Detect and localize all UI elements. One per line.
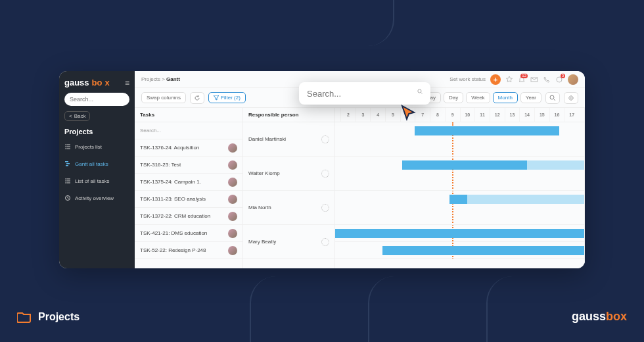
- avatar: [228, 246, 237, 255]
- resp-row[interactable]: Mary Beatly: [243, 225, 334, 259]
- table-row[interactable]: TSK-1375-24: Campain 1.: [135, 174, 242, 191]
- sidebar-item-label: List of all tasks: [75, 178, 109, 184]
- sidebar-search-input[interactable]: [64, 93, 129, 106]
- sidebar-item-activity[interactable]: Activity overview: [64, 192, 129, 204]
- svg-rect-0: [65, 161, 68, 162]
- table-row[interactable]: TSK-1311-23: SEO analysis: [135, 191, 242, 208]
- cursor-icon: [400, 104, 418, 122]
- month-button[interactable]: Month: [493, 92, 518, 103]
- table-row[interactable]: TSK-1376-24: Acquisition: [135, 139, 242, 157]
- gantt-day: 9: [445, 108, 460, 122]
- gantt-row[interactable]: [335, 225, 584, 242]
- task-label: TSK-52-22: Redesign P-248: [140, 247, 206, 253]
- swap-columns-button[interactable]: Swap columns: [141, 92, 186, 103]
- folder-icon: [17, 310, 32, 324]
- filter-label: Filter (2): [221, 95, 241, 101]
- gantt-row[interactable]: [335, 122, 584, 157]
- search-icon[interactable]: [417, 89, 423, 98]
- add-button[interactable]: +: [490, 74, 501, 85]
- alert-icon[interactable]: 3: [555, 76, 563, 84]
- search-button[interactable]: [545, 92, 560, 104]
- search-popup-input[interactable]: [307, 89, 417, 99]
- task-label: TSK-1375-24: Campain 1.: [140, 179, 201, 185]
- resp-row[interactable]: Walter Klomp: [243, 157, 334, 191]
- expand-icon[interactable]: [321, 238, 329, 246]
- gantt-day: 10: [460, 108, 475, 122]
- gantt-body: [335, 122, 584, 259]
- task-label: TSK-1372-22: CRM education: [140, 213, 210, 219]
- svg-point-7: [570, 97, 572, 99]
- gantt-column: 234567891011121314151617: [335, 108, 585, 268]
- filter-button[interactable]: Filter (2): [208, 92, 246, 103]
- table-row[interactable]: TSK-316-23: Test: [135, 157, 242, 174]
- task-label: TSK-421-21: DMS education: [140, 230, 207, 236]
- gantt-day: 12: [490, 108, 505, 122]
- brand-text-c: x: [104, 78, 109, 87]
- table-row[interactable]: TSK-421-21: DMS education: [135, 225, 242, 242]
- week-button[interactable]: Week: [466, 92, 490, 103]
- gantt-day: 2: [340, 108, 356, 122]
- svg-point-8: [418, 89, 421, 93]
- resp-name: Mary Beatly: [248, 239, 276, 245]
- year-button[interactable]: Year: [520, 92, 541, 103]
- gantt-row[interactable]: [335, 242, 584, 259]
- svg-point-6: [550, 95, 554, 99]
- gantt-row[interactable]: [335, 157, 584, 191]
- bell-icon[interactable]: 12: [518, 76, 526, 84]
- sidebar-item-projects-list[interactable]: Projects list: [64, 141, 129, 153]
- breadcrumb-current: Gantt: [166, 76, 180, 82]
- sidebar-item-list-all[interactable]: List of all tasks: [64, 175, 129, 187]
- task-label: Search...: [140, 128, 161, 134]
- badge: 3: [561, 74, 565, 78]
- gantt-day: 4: [370, 108, 385, 122]
- brand-text-b: bo: [606, 310, 620, 324]
- star-icon[interactable]: [505, 76, 513, 84]
- menu-icon[interactable]: ≡: [125, 78, 129, 87]
- sidebar-item-gantt[interactable]: Gantt all tasks: [64, 158, 129, 170]
- mail-icon[interactable]: [530, 76, 538, 84]
- settings-button[interactable]: [564, 92, 578, 104]
- tasks-header: Tasks: [135, 108, 242, 122]
- resp-row[interactable]: Mia North: [243, 191, 334, 225]
- expand-icon[interactable]: [321, 204, 329, 212]
- set-status-link[interactable]: Set work status: [449, 76, 486, 82]
- resp-row[interactable]: Daniel Martinski: [243, 122, 334, 157]
- gantt-day: 11: [474, 108, 490, 122]
- table-row[interactable]: TSK-1372-22: CRM education: [135, 208, 242, 225]
- gantt-day: 15: [534, 108, 549, 122]
- view-buttons: Today Day Week Month Year: [417, 92, 541, 103]
- gantt-day: 16: [549, 108, 564, 122]
- back-label: Back: [74, 113, 86, 119]
- avatar: [228, 212, 237, 221]
- avatar: [228, 178, 237, 187]
- svg-rect-1: [66, 163, 70, 164]
- brand-text-a: gauss: [572, 310, 606, 324]
- gantt-day: 8: [430, 108, 445, 122]
- sidebar: gaussbox ≡ < Back Projects Projects list…: [59, 71, 135, 268]
- breadcrumb[interactable]: Projects > Gantt: [141, 76, 180, 82]
- back-button[interactable]: < Back: [64, 111, 90, 121]
- gantt-row[interactable]: [335, 191, 584, 225]
- breadcrumb-parent[interactable]: Projects: [141, 76, 160, 82]
- expand-icon[interactable]: [321, 170, 329, 178]
- avatar[interactable]: [568, 74, 578, 85]
- task-search-row[interactable]: Search...: [135, 122, 242, 139]
- footer-label: Projects: [38, 311, 80, 323]
- badge: 12: [520, 74, 528, 78]
- sidebar-item-label: Activity overview: [75, 195, 114, 201]
- table-row[interactable]: TSK-52-22: Redesign P-248: [135, 242, 242, 259]
- gantt-icon: [64, 160, 71, 167]
- phone-icon[interactable]: [543, 76, 551, 84]
- refresh-button[interactable]: [190, 92, 204, 104]
- task-label: TSK-1376-24: Acquisition: [140, 145, 199, 151]
- activity-icon: [64, 195, 71, 201]
- brand-text-b: bo: [92, 78, 103, 87]
- expand-icon[interactable]: [321, 135, 329, 143]
- topbar-actions: Set work status + 12 3: [449, 74, 578, 85]
- svg-rect-2: [66, 165, 68, 166]
- day-button[interactable]: Day: [444, 92, 463, 103]
- gantt-day: 14: [519, 108, 534, 122]
- task-label: TSK-1311-23: SEO analysis: [140, 196, 206, 202]
- resp-name: Walter Klomp: [248, 170, 280, 176]
- resp-header: Responsible person: [243, 108, 334, 122]
